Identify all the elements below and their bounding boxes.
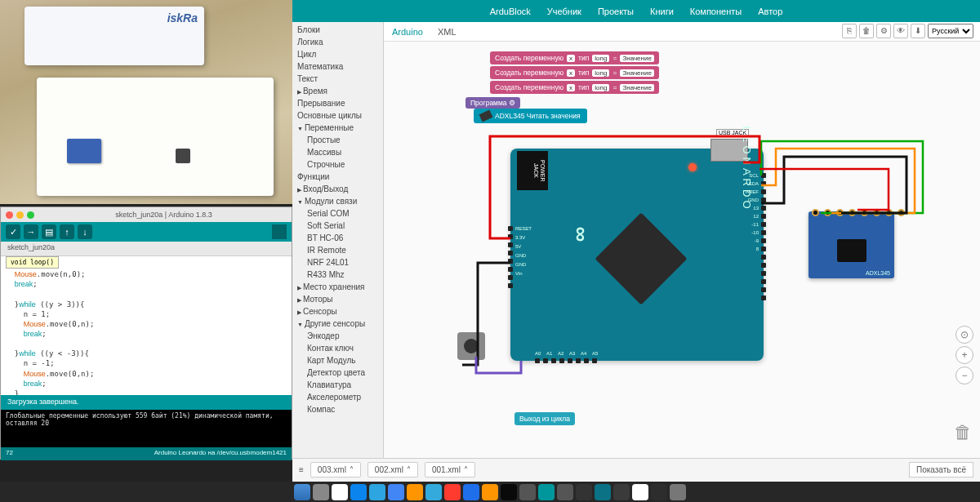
dock-app-icon[interactable]: [613, 484, 630, 500]
nav-books[interactable]: Книги: [650, 7, 674, 16]
open-button[interactable]: ↑: [60, 224, 74, 239]
category-цикл[interactable]: Цикл: [292, 48, 383, 60]
new-button[interactable]: ▤: [42, 224, 56, 239]
dock-app-icon[interactable]: [595, 484, 611, 500]
block-categories-sidebar[interactable]: БлокиЛогикаЦиклМатематикаТекстВремяПреры…: [292, 22, 384, 458]
trash-icon[interactable]: 🗑: [954, 422, 972, 443]
tab-xml[interactable]: XML: [438, 27, 457, 37]
minimize-icon[interactable]: [16, 211, 24, 219]
category-блоки[interactable]: Блоки: [292, 24, 383, 36]
dock-app-icon[interactable]: [557, 484, 573, 500]
block-create-var-1[interactable]: Создать переменную x тип long = Значение: [490, 51, 659, 64]
language-select[interactable]: Русский: [928, 24, 973, 38]
category-serial-com[interactable]: Serial COM: [292, 207, 383, 220]
dock-finder-icon[interactable]: [294, 484, 310, 500]
category-другие-сенсоры[interactable]: Другие сенсоры: [292, 318, 383, 330]
nav-ardublock[interactable]: ArduBlock: [490, 7, 531, 16]
adxl345-module[interactable]: [808, 211, 894, 278]
dock-app-icon[interactable]: [576, 484, 592, 500]
dock-safari-icon[interactable]: [350, 484, 367, 500]
code-editor[interactable]: void loop(){ Mouse.move(n,0); break; }wh…: [1, 256, 292, 395]
dock-trash-icon[interactable]: [670, 484, 686, 500]
dock-app-icon[interactable]: [651, 484, 667, 500]
chevron-up-icon[interactable]: ˄: [464, 465, 468, 474]
verify-button[interactable]: ✓: [6, 224, 20, 239]
zoom-in-button[interactable]: +: [956, 346, 973, 364]
category-текст[interactable]: Текст: [292, 73, 383, 85]
file-tab-003[interactable]: 003.xml ˄: [310, 462, 361, 478]
category-bt-hc-06[interactable]: BT HC-06: [292, 232, 383, 244]
category-логика[interactable]: Логика: [292, 36, 383, 48]
tab-arduino[interactable]: Arduino: [392, 27, 423, 37]
add-file-button[interactable]: ≡: [299, 465, 304, 474]
category-переменные[interactable]: Переменные: [292, 122, 383, 134]
block-create-var-3[interactable]: Создать переменную x тип long = Значение: [490, 81, 659, 94]
nav-author[interactable]: Автор: [758, 7, 782, 16]
nav-projects[interactable]: Проекты: [598, 7, 634, 16]
dock-app-icon[interactable]: [369, 484, 385, 500]
category-сенсоры[interactable]: Сенсоры: [292, 305, 383, 318]
arduino-board-diagram[interactable]: USB JACK POWER JACK ∞ LEONARDO SCLSDAARE…: [510, 149, 764, 361]
category-простые[interactable]: Простые: [292, 134, 383, 146]
category-детектор-цвета[interactable]: Детектор цвета: [292, 367, 383, 379]
category-карт-модуль[interactable]: Карт Модуль: [292, 354, 383, 367]
category-контак-ключ[interactable]: Контак ключ: [292, 342, 383, 354]
zoom-center-button[interactable]: ⊙: [956, 326, 973, 344]
ide-titlebar[interactable]: sketch_jun20a | Arduino 1.8.3: [1, 207, 292, 222]
show-all-button[interactable]: Показать всё: [909, 462, 973, 478]
dock-app-icon[interactable]: [519, 484, 536, 500]
close-icon[interactable]: [6, 211, 13, 219]
category-модули-связи[interactable]: Модули связи: [292, 195, 383, 207]
category-строчные[interactable]: Строчные: [292, 158, 383, 171]
dock-app-icon[interactable]: [332, 484, 348, 500]
chevron-up-icon[interactable]: ˄: [350, 465, 354, 474]
category-математика[interactable]: Математика: [292, 60, 383, 73]
file-tab-002[interactable]: 002.xml ˄: [368, 462, 418, 478]
dock-chrome-icon[interactable]: [388, 484, 404, 500]
dock-mail-icon[interactable]: [425, 484, 442, 500]
upload-button[interactable]: →: [24, 224, 38, 239]
block-create-var-2[interactable]: Создать переменную x тип long = Значение: [490, 66, 659, 79]
category-функции[interactable]: Функции: [292, 171, 383, 183]
save-button[interactable]: ↓: [78, 224, 92, 239]
nav-components[interactable]: Компоненты: [690, 7, 742, 16]
ide-console[interactable]: Глобальные переменные используют 559 бай…: [1, 410, 292, 447]
category-клавиатура[interactable]: Клавиатура: [292, 379, 383, 391]
category-акселерометр[interactable]: Акселерометр: [292, 391, 383, 403]
dock-arduino-icon[interactable]: [538, 484, 555, 500]
block-canvas[interactable]: Arduino XML ⎘ 🗑 ⚙ 👁 ⬇ Русский Создать пе…: [384, 22, 980, 458]
download-button[interactable]: ⬇: [911, 24, 925, 38]
category-прерывание[interactable]: Прерывание: [292, 97, 383, 109]
dock-ai-icon[interactable]: [482, 484, 498, 500]
category-место-хранения[interactable]: Место хранения: [292, 281, 383, 293]
dock-ps-icon[interactable]: [463, 484, 479, 500]
maximize-icon[interactable]: [27, 211, 34, 219]
dock-terminal-icon[interactable]: [501, 484, 517, 500]
category-nrf-24l01[interactable]: NRF 24L01: [292, 256, 383, 269]
category-r433-mhz[interactable]: R433 Mhz: [292, 269, 383, 281]
category-ir-remote[interactable]: IR Remote: [292, 244, 383, 256]
dock-app-icon[interactable]: [444, 484, 461, 500]
copy-button[interactable]: ⎘: [842, 24, 857, 38]
category-компас[interactable]: Компас: [292, 403, 383, 415]
gear-button[interactable]: ⚙: [876, 24, 891, 38]
block-adxl-read[interactable]: ADXL345 Читать значения: [474, 109, 587, 123]
block-exit-loop[interactable]: Выход из цикла: [514, 412, 575, 425]
category-основные-циклы[interactable]: Основные циклы: [292, 109, 383, 122]
category-моторы[interactable]: Моторы: [292, 293, 383, 305]
file-tab-001[interactable]: 001.xml ˄: [425, 462, 475, 478]
category-массивы[interactable]: Массивы: [292, 146, 383, 158]
nav-tutorial[interactable]: Учебник: [547, 7, 581, 16]
preview-button[interactable]: 👁: [893, 24, 908, 38]
block-program[interactable]: Программа ⚙: [466, 97, 520, 109]
chevron-up-icon[interactable]: ˄: [407, 465, 411, 474]
zoom-out-button[interactable]: −: [956, 367, 973, 384]
dock-app-icon[interactable]: [632, 484, 648, 500]
serial-monitor-button[interactable]: [272, 224, 287, 239]
category-вход-выход[interactable]: Вход/Выход: [292, 183, 383, 195]
push-button-component[interactable]: [457, 332, 485, 360]
category-энкодер[interactable]: Энкодер: [292, 330, 383, 342]
macos-dock[interactable]: [0, 482, 980, 502]
dock-app-icon[interactable]: [407, 484, 423, 500]
ide-sketch-tab[interactable]: sketch_jun20a: [1, 242, 292, 256]
